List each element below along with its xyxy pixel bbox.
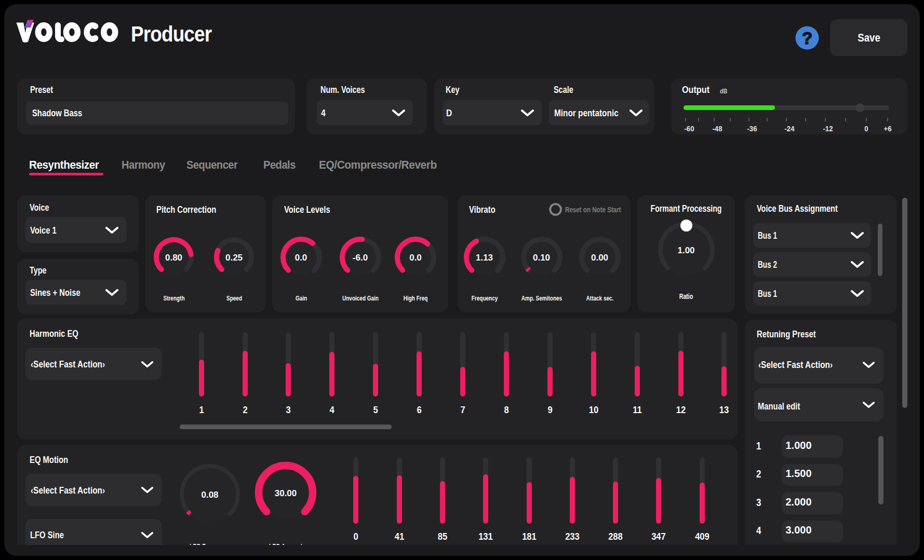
svg-text:?: ?: [802, 29, 812, 48]
